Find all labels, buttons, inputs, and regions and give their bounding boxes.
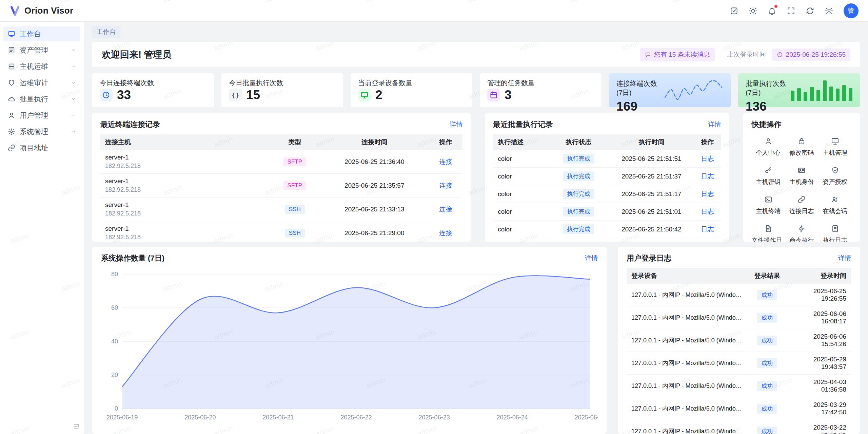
login-logs-title: 用户登录日志 bbox=[627, 253, 671, 263]
last-login-time-text: 2025-06-25 19:26:55 bbox=[786, 51, 846, 58]
tasks-icon[interactable] bbox=[727, 4, 741, 18]
execution-desc: color bbox=[493, 168, 548, 185]
login-log-row: 127.0.0.1 - 内网IP - Mozilla/5.0 (Windows … bbox=[627, 329, 851, 352]
connections-detail-link[interactable]: 详情 bbox=[450, 120, 462, 129]
execution-desc: color bbox=[493, 238, 548, 242]
sidebar-collapse-icon[interactable] bbox=[73, 423, 80, 430]
column-header: 类型 bbox=[269, 134, 320, 150]
stat-value: 15 bbox=[246, 88, 260, 102]
operations-chart-card: 系统操作数量 (7日) 详情 0204060802025-06-192025-0… bbox=[92, 247, 607, 434]
connect-link[interactable]: 连接 bbox=[439, 182, 452, 189]
theme-sun-icon[interactable] bbox=[746, 4, 760, 18]
log-link[interactable]: 日志 bbox=[701, 173, 714, 180]
qa-execution-log[interactable]: 执行日志 bbox=[818, 225, 852, 242]
log-link[interactable]: 日志 bbox=[701, 208, 714, 215]
connections-sparkline-box bbox=[664, 79, 723, 101]
avatar[interactable]: 管 bbox=[844, 3, 859, 18]
login-time: 2025-03-29 17:42:50 bbox=[786, 397, 851, 420]
settings-gear-icon[interactable] bbox=[822, 4, 836, 18]
log-link[interactable]: 日志 bbox=[701, 226, 714, 233]
fullscreen-icon[interactable] bbox=[784, 4, 798, 18]
refresh-icon[interactable] bbox=[803, 4, 817, 18]
svg-text:2025-06-22: 2025-06-22 bbox=[340, 414, 372, 421]
sidebar-item-batch-execution[interactable]: 批量执行 bbox=[3, 92, 80, 107]
lightning-icon bbox=[797, 225, 806, 233]
connection-time: 2025-06-25 21:29:00 bbox=[320, 221, 429, 242]
id-card-icon bbox=[797, 166, 806, 174]
terminal-icon bbox=[764, 195, 772, 204]
execution-time: 2025-06-25 21:51:37 bbox=[609, 168, 694, 185]
connect-link[interactable]: 连接 bbox=[439, 229, 452, 237]
qa-connection-log[interactable]: 连接日志 bbox=[785, 195, 818, 215]
stat-label: 连接终端次数 (7日) bbox=[616, 79, 664, 97]
svg-text:0: 0 bbox=[115, 405, 118, 412]
column-header: 登录设备 bbox=[627, 268, 748, 284]
sidebar-item-ops-audit[interactable]: 运维审计 bbox=[3, 75, 80, 90]
execution-desc: color bbox=[493, 150, 548, 168]
bottom-row: 系统操作数量 (7日) 详情 0204060802025-06-192025-0… bbox=[92, 247, 860, 434]
breadcrumb-item-workbench[interactable]: 工作台 bbox=[92, 26, 120, 38]
login-device: 127.0.0.1 - 内网IP - Mozilla/5.0 (Windows … bbox=[631, 382, 743, 390]
executions-detail-link[interactable]: 详情 bbox=[708, 120, 721, 129]
host-ip: 182.92.5.218 bbox=[105, 186, 264, 193]
stat-value: 3 bbox=[505, 88, 512, 102]
stat-value: 169 bbox=[616, 99, 664, 114]
qa-online-session[interactable]: 在线会话 bbox=[818, 195, 852, 215]
connection-row: server-1182.92.5.218 SSH 2025-06-25 21:2… bbox=[100, 221, 462, 242]
clock-icon bbox=[777, 52, 783, 58]
recent-connections-title: 最近终端连接记录 bbox=[100, 119, 160, 130]
connection-time: 2025-06-25 21:35:57 bbox=[320, 174, 429, 197]
result-badge: 成功 bbox=[757, 358, 777, 368]
qa-personal-center[interactable]: 个人中心 bbox=[751, 137, 785, 157]
sidebar-item-user-management[interactable]: 用户管理 bbox=[3, 108, 80, 123]
message-icon bbox=[645, 52, 651, 58]
qa-file-operation-log[interactable]: 文件操作日志 bbox=[751, 225, 785, 242]
execution-desc: color bbox=[493, 221, 548, 238]
unread-messages-text: 您有 15 条未读消息 bbox=[654, 50, 710, 59]
column-header: 执行描述 bbox=[493, 134, 548, 150]
connect-link[interactable]: 连接 bbox=[439, 158, 452, 165]
qa-command-execution[interactable]: 命令执行 bbox=[785, 225, 818, 242]
connection-row: server-1182.92.5.218 SFTP 2025-06-25 21:… bbox=[100, 150, 462, 174]
log-link[interactable]: 日志 bbox=[701, 190, 714, 197]
executions-bars bbox=[791, 80, 852, 101]
host-ops-icon bbox=[8, 63, 15, 70]
log-link[interactable]: 日志 bbox=[701, 155, 714, 162]
sidebar-item-workbench[interactable]: 工作台 bbox=[3, 26, 80, 41]
qa-host-identity[interactable]: 主机身份 bbox=[785, 166, 818, 186]
braces-icon: { } bbox=[229, 89, 242, 101]
svg-text:2025-06-24: 2025-06-24 bbox=[497, 414, 528, 421]
notifications-bell-icon[interactable] bbox=[765, 4, 779, 18]
main-content: 工作台 欢迎回来! 管理员 您有 15 条未读消息 上次登录时间 2025-06… bbox=[84, 22, 868, 434]
app-logo[interactable]: Orion Visor bbox=[9, 5, 73, 16]
operations-detail-link[interactable]: 详情 bbox=[585, 254, 598, 263]
lock-icon bbox=[797, 137, 806, 145]
qa-change-password[interactable]: 修改密码 bbox=[785, 137, 818, 157]
connect-link[interactable]: 连接 bbox=[439, 206, 452, 213]
stat-card-login-devices: 当前登录设备数量 2 bbox=[351, 73, 472, 107]
sidebar-item-host-operations[interactable]: 主机运维 bbox=[3, 59, 80, 74]
executions-table: 执行描述 执行状态 执行时间 操作 color 执行完成 2025-06-25 … bbox=[493, 134, 721, 242]
login-device: 127.0.0.1 - 内网IP - Mozilla/5.0 (Windows … bbox=[631, 359, 743, 367]
svg-text:60: 60 bbox=[111, 304, 118, 311]
stat-card-today-connections: 今日连接终端次数 33 bbox=[92, 73, 214, 107]
unread-messages-badge[interactable]: 您有 15 条未读消息 bbox=[640, 48, 715, 61]
qa-host-management[interactable]: 主机管理 bbox=[818, 137, 852, 157]
recent-connections-card: 最近终端连接记录 详情 连接主机 类型 连接时间 操作 server-1182. bbox=[92, 113, 471, 242]
result-badge: 成功 bbox=[757, 404, 777, 414]
sidebar-item-project-url[interactable]: 项目地址 bbox=[3, 140, 80, 155]
login-device: 127.0.0.1 - 内网IP - Mozilla/5.0 (Windows … bbox=[631, 427, 743, 434]
qa-asset-authorization[interactable]: 资产授权 bbox=[818, 166, 852, 186]
login-log-row: 127.0.0.1 - 内网IP - Mozilla/5.0 (Windows … bbox=[627, 284, 851, 306]
sidebar-item-system-management[interactable]: 系统管理 bbox=[3, 124, 80, 139]
sidebar-item-asset-management[interactable]: 资产管理 bbox=[3, 43, 80, 58]
host-ip: 182.92.5.218 bbox=[105, 234, 264, 241]
login-logs-card: 用户登录日志 详情 登录设备 登录结果 登录时间 127.0.0.1 - 内网I… bbox=[618, 247, 860, 434]
qa-host-key[interactable]: 主机密钥 bbox=[751, 166, 785, 186]
stat-value: 33 bbox=[117, 88, 131, 102]
execution-time: 2025-06-25 21:50:10 bbox=[609, 238, 694, 242]
stat-value: 136 bbox=[746, 99, 791, 114]
welcome-meta: 您有 15 条未读消息 上次登录时间 2025-06-25 19:26:55 bbox=[640, 48, 850, 61]
qa-host-terminal[interactable]: 主机终端 bbox=[751, 195, 785, 215]
login-logs-detail-link[interactable]: 详情 bbox=[838, 254, 851, 263]
